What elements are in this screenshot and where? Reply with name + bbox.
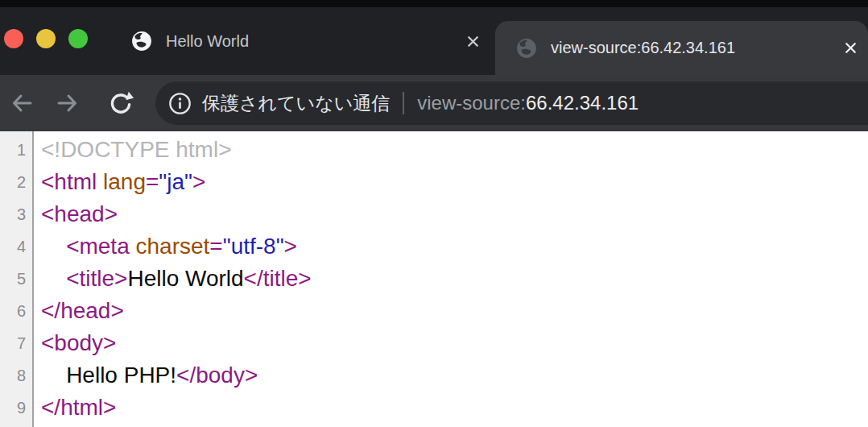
zoom-window-button[interactable] — [68, 29, 88, 48]
window-controls — [4, 29, 88, 48]
code-line: </head> — [41, 295, 868, 327]
tab-title: view-source:66.42.34.161 — [551, 39, 735, 57]
code-line: <html lang="ja"> — [41, 166, 868, 198]
back-button[interactable] — [5, 86, 39, 120]
forward-button[interactable] — [51, 86, 85, 120]
code-line: <!DOCTYPE html> — [41, 134, 868, 166]
line-number: 1 — [0, 134, 32, 166]
line-number: 2 — [0, 166, 32, 198]
code-line: <meta charset="utf-8"> — [41, 230, 868, 263]
source-code: <!DOCTYPE html><html lang="ja"><head> <m… — [34, 131, 868, 427]
line-number: 6 — [0, 295, 32, 327]
tab-hello-world[interactable]: Hello World — [109, 7, 493, 75]
line-number: 5 — [0, 263, 32, 295]
tab-close-icon[interactable] — [464, 32, 482, 50]
close-window-button[interactable] — [4, 29, 23, 48]
line-number: 3 — [0, 198, 32, 230]
url-text: view-source:66.42.34.161 — [417, 92, 639, 114]
url-scheme: view-source: — [417, 92, 526, 114]
view-source-content: 123456789 <!DOCTYPE html><html lang="ja"… — [0, 131, 868, 427]
globe-favicon-icon — [516, 38, 537, 59]
code-line: </html> — [41, 392, 868, 424]
line-number: 7 — [0, 327, 32, 359]
url-host: 66.42.34.161 — [526, 92, 639, 114]
navigation-toolbar: 保護されていない通信 view-source:66.42.34.161 — [0, 75, 868, 131]
address-bar[interactable]: 保護されていない通信 view-source:66.42.34.161 — [155, 81, 868, 125]
code-line: <head> — [41, 198, 868, 230]
tab-title: Hello World — [166, 32, 249, 51]
line-number: 9 — [0, 392, 32, 424]
code-line: <title>Hello World</title> — [41, 263, 868, 295]
window-frame-top — [0, 0, 868, 7]
info-circle-icon[interactable] — [167, 91, 192, 116]
security-status-label[interactable]: 保護されていない通信 — [202, 91, 390, 116]
line-number-gutter: 123456789 — [0, 131, 34, 427]
tab-bar: Hello World view-source:66.42.34.161 — [0, 7, 868, 75]
code-line: <body> — [41, 327, 868, 359]
line-number: 4 — [0, 230, 32, 263]
globe-favicon-icon — [131, 31, 152, 52]
line-number: 8 — [0, 359, 32, 392]
code-line: Hello PHP!</body> — [41, 359, 868, 392]
tab-close-icon[interactable] — [841, 39, 859, 57]
browser-window: Hello World view-source:66.42.34.161 — [0, 0, 868, 427]
omnibox-separator — [403, 92, 404, 114]
tab-view-source[interactable]: view-source:66.42.34.161 — [495, 21, 868, 75]
minimize-window-button[interactable] — [36, 29, 56, 48]
reload-button[interactable] — [104, 86, 138, 120]
